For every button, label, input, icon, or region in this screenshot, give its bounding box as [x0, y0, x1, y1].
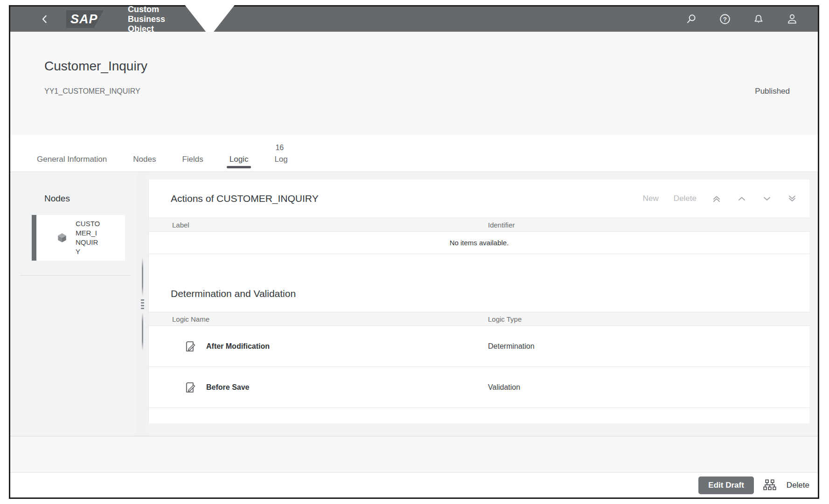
splitter-grip-icon — [141, 299, 144, 309]
logic-tab-content: Nodes CUSTOMER_INQUIRY — [10, 172, 818, 436]
tab-logic[interactable]: Logic — [228, 155, 251, 172]
business-object-cube-icon — [56, 232, 68, 244]
panel-splitter[interactable] — [137, 172, 148, 436]
help-icon[interactable]: ? — [719, 13, 731, 25]
tab-log-count: 16 — [275, 144, 284, 152]
actions-table-header: Label Identifier — [149, 218, 809, 232]
node-label: CUSTOMER_INQUIRY — [76, 219, 101, 256]
actions-section-header: Actions of CUSTOMER_INQUIRY New Delete — [149, 180, 809, 218]
app-window: SAP Custom Business Object ? — [9, 5, 819, 499]
actions-empty-row: No items available. — [149, 232, 809, 254]
app-title-label: Custom Business Object — [128, 5, 178, 34]
move-up-icon[interactable] — [737, 193, 747, 204]
footer-toolbar: Edit Draft Delete — [10, 472, 818, 497]
no-items-message: No items available. — [450, 239, 509, 247]
node-list-item-customer-inquiry[interactable]: CUSTOMER_INQUIRY — [32, 215, 125, 261]
hierarchy-org-chart-icon[interactable] — [763, 479, 776, 492]
svg-text:?: ? — [723, 16, 727, 23]
splitter-line-bottom — [142, 312, 143, 351]
tab-fields[interactable]: Fields — [180, 155, 205, 172]
object-page-header: Customer_Inquiry YY1_CUSTOMER_INQUIRY Pu… — [10, 32, 818, 135]
tab-general-information[interactable]: General Information — [35, 155, 109, 172]
shell-icon-group: ? — [685, 13, 798, 25]
edit-note-icon — [184, 381, 197, 394]
table-row-before-save[interactable]: Before Save Validation — [149, 367, 809, 408]
page-subtitle-row: YY1_CUSTOMER_INQUIRY Published — [44, 87, 790, 96]
move-down-icon[interactable] — [762, 193, 772, 204]
sap-logo-text: SAP — [70, 12, 98, 27]
tab-strip: General Information Nodes Fields Logic 1… — [10, 135, 818, 172]
sap-logo: SAP — [66, 10, 104, 28]
edit-draft-button[interactable]: Edit Draft — [698, 476, 754, 494]
shell-topbar: SAP Custom Business Object ? — [10, 7, 818, 32]
page-title: Customer_Inquiry — [44, 59, 790, 74]
logic-detail-panel: Actions of CUSTOMER_INQUIRY New Delete — [148, 180, 809, 423]
nodes-sidebar: Nodes CUSTOMER_INQUIRY — [10, 172, 137, 436]
nodes-divider — [20, 275, 130, 276]
tab-nodes[interactable]: Nodes — [131, 155, 158, 172]
splitter-line-top — [142, 258, 143, 296]
edit-note-icon — [184, 340, 197, 353]
determination-section-title: Determination and Validation — [171, 288, 809, 299]
nodes-panel-title: Nodes — [44, 193, 137, 204]
new-button[interactable]: New — [643, 194, 659, 203]
logic-name: After Modification — [206, 342, 270, 351]
search-icon[interactable] — [685, 13, 697, 25]
actions-section-title: Actions of CUSTOMER_INQUIRY — [171, 193, 319, 204]
screenshot-viewport: SAP Custom Business Object ? — [0, 0, 829, 504]
column-header-logic-type: Logic Type — [488, 315, 522, 323]
notifications-bell-icon[interactable] — [752, 13, 765, 25]
column-header-identifier: Identifier — [488, 221, 515, 229]
technical-name-label: YY1_CUSTOMER_INQUIRY — [44, 87, 140, 96]
actions-toolbar: New Delete — [643, 193, 797, 204]
status-badge: Published — [755, 87, 790, 96]
table-row-after-modification[interactable]: After Modification Determination — [149, 326, 809, 367]
user-avatar-icon[interactable] — [786, 13, 798, 25]
footer-delete-button[interactable]: Delete — [787, 481, 809, 490]
move-to-bottom-icon[interactable] — [787, 193, 797, 204]
tab-log[interactable]: 16 Log — [272, 144, 289, 172]
node-selection-bar — [32, 215, 36, 261]
column-header-label: Label — [172, 221, 189, 229]
logic-type: Validation — [488, 383, 520, 392]
lower-spacer-band — [10, 436, 818, 472]
logic-type: Determination — [488, 342, 535, 351]
move-to-top-icon[interactable] — [711, 193, 722, 204]
logic-name: Before Save — [206, 383, 250, 392]
back-icon[interactable] — [39, 14, 50, 25]
determination-table-header: Logic Name Logic Type — [149, 312, 809, 326]
delete-button[interactable]: Delete — [674, 194, 697, 203]
column-header-logic-name: Logic Name — [172, 315, 209, 323]
